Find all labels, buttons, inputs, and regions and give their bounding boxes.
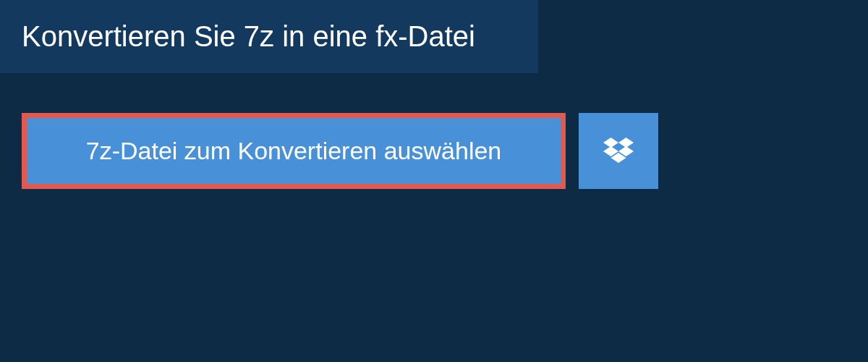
dropbox-button[interactable] xyxy=(579,113,658,189)
dropbox-icon xyxy=(603,138,634,165)
select-file-label: 7z-Datei zum Konvertieren auswählen xyxy=(86,137,502,165)
page-title: Konvertieren Sie 7z in eine fx-Datei xyxy=(22,20,516,53)
select-file-button[interactable]: 7z-Datei zum Konvertieren auswählen xyxy=(22,113,566,189)
header-bar: Konvertieren Sie 7z in eine fx-Datei xyxy=(0,0,538,73)
action-area: 7z-Datei zum Konvertieren auswählen xyxy=(0,113,868,189)
